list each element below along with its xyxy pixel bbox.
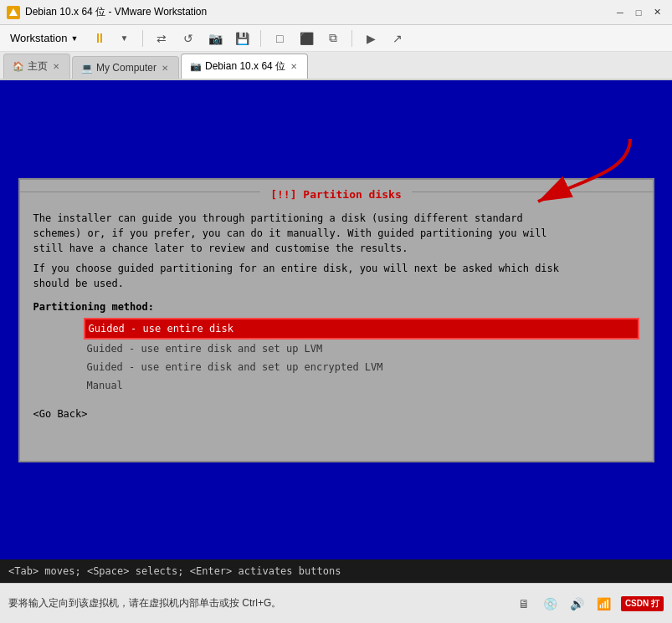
pause-button[interactable]: ⏸ <box>88 28 111 49</box>
network-icon[interactable]: 🖥 <box>514 594 534 614</box>
tab-mycomputer[interactable]: 💻 My Computer ✕ <box>72 56 179 79</box>
option-guided-entire-disk-label: Guided - use entire disk <box>89 321 233 336</box>
view-button[interactable]: ↗ <box>386 28 409 49</box>
tab-home-label: 主页 <box>28 59 48 74</box>
title-bar: Debian 10.x 64 位 - VMware Workstation ─ … <box>0 0 672 25</box>
snapshot-button[interactable]: 📷 <box>203 28 227 49</box>
window-title: Debian 10.x 64 位 - VMware Workstation <box>25 5 612 19</box>
method-label: Partitioning method: <box>33 299 639 314</box>
tab-bar: 🏠 主页 ✕ 💻 My Computer ✕ 📷 Debian 10.x 64 … <box>0 52 672 80</box>
computer-icon: 💻 <box>81 63 93 74</box>
minimize-button[interactable]: ─ <box>612 4 628 21</box>
fit-guest-button[interactable]: □ <box>268 28 291 49</box>
usb-icon[interactable]: 📶 <box>594 594 614 614</box>
bottom-icons: 🖥 💿 🔊 📶 CSDN 打 <box>514 594 664 614</box>
toolbar-separator <box>142 30 143 47</box>
go-back-button[interactable]: <Go Back> <box>33 406 639 421</box>
close-button[interactable]: ✕ <box>649 4 665 21</box>
menu-bar: Workstation ▼ ⏸ ▼ ⇄ ↺ 📷 💾 □ ⬛ ⧉ ▶ ↗ <box>0 25 672 52</box>
pause-control: ⏸ ▼ <box>88 28 136 49</box>
restore-snapshot-button[interactable]: ↺ <box>177 28 200 49</box>
tab-home[interactable]: 🏠 主页 ✕ <box>3 54 70 79</box>
disk-icon[interactable]: 💿 <box>541 594 561 614</box>
dialog-title-bar: [!!] Partition disks <box>20 180 653 204</box>
console-button[interactable]: ▶ <box>359 28 382 49</box>
option-manual[interactable]: Manual <box>84 376 639 395</box>
tab-home-close[interactable]: ✕ <box>51 61 61 72</box>
options-list: Guided - use entire disk Guided - use en… <box>84 318 639 395</box>
dialog-paragraph2: If you choose guided partitioning for an… <box>33 261 639 291</box>
option-guided-entire-disk[interactable]: Guided - use entire disk <box>84 318 639 340</box>
vmware-icon <box>7 6 20 19</box>
toolbar-separator3 <box>351 30 352 47</box>
dialog-body: The installer can guide you through part… <box>20 204 653 432</box>
vm-display-area[interactable]: [!!] Partition disks The installer can g… <box>0 80 672 559</box>
option-guided-encrypted-lvm[interactable]: Guided - use entire disk and set up encr… <box>84 358 639 376</box>
option-guided-encrypted-lvm-label: Guided - use entire disk and set up encr… <box>87 361 383 373</box>
tab-mycomputer-label: My Computer <box>96 62 156 74</box>
tab-mycomputer-close[interactable]: ✕ <box>160 63 170 74</box>
toolbar-separator2 <box>260 30 261 47</box>
vm-status-bar: <Tab> moves; <Space> selects; <Enter> ac… <box>0 559 672 583</box>
snapshot-manager-button[interactable]: 💾 <box>230 28 254 49</box>
send-ctrl-alt-del-button[interactable]: ⇄ <box>150 28 173 49</box>
workstation-dropdown-arrow: ▼ <box>70 34 78 43</box>
workstation-label: Workstation <box>10 32 67 44</box>
option-guided-lvm-label: Guided - use entire disk and set up LVM <box>87 343 323 355</box>
dialog-title-text: [!!] Partition disks <box>260 185 412 204</box>
window-controls: ─ □ ✕ <box>612 4 665 21</box>
csdn-badge: CSDN 打 <box>621 596 664 611</box>
bottom-text: 要将输入定向到该虚拟机，请在虚拟机内部单击或按 Ctrl+G。 <box>8 596 281 610</box>
tab-debian[interactable]: 📷 Debian 10.x 64 位 ✕ <box>181 54 308 79</box>
home-icon: 🏠 <box>13 61 24 72</box>
maximize-button[interactable]: □ <box>630 4 647 21</box>
full-screen-button[interactable]: ⬛ <box>295 28 318 49</box>
partition-dialog: [!!] Partition disks The installer can g… <box>18 178 654 462</box>
workstation-menu[interactable]: Workstation ▼ <box>3 28 85 48</box>
svg-marker-0 <box>9 8 18 16</box>
tab-debian-label: Debian 10.x 64 位 <box>205 59 285 74</box>
option-guided-lvm[interactable]: Guided - use entire disk and set up LVM <box>84 340 639 358</box>
tab-debian-close[interactable]: ✕ <box>289 61 299 72</box>
dialog-paragraph1: The installer can guide you through part… <box>33 211 639 256</box>
bottom-bar: 要将输入定向到该虚拟机，请在虚拟机内部单击或按 Ctrl+G。 🖥 💿 🔊 📶 … <box>0 583 672 623</box>
unity-button[interactable]: ⧉ <box>321 28 345 49</box>
debian-icon: 📷 <box>190 61 202 72</box>
audio-icon[interactable]: 🔊 <box>567 594 587 614</box>
pause-dropdown-button[interactable]: ▼ <box>112 28 136 49</box>
status-text: <Tab> moves; <Space> selects; <Enter> ac… <box>8 565 341 577</box>
option-manual-label: Manual <box>87 380 123 391</box>
